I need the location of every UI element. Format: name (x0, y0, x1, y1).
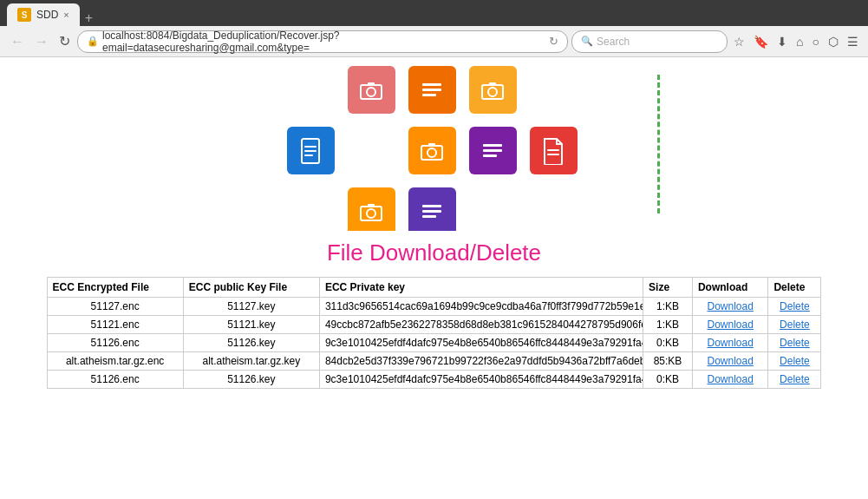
browser-chrome: S SDD × + (0, 0, 868, 26)
file-table: ECC Encrypted File ECC public Key File E… (47, 277, 822, 389)
cell-delete: Delete (768, 334, 821, 352)
download-icon[interactable]: ⬇ (774, 33, 790, 50)
svg-rect-16 (483, 144, 502, 147)
file-icon-camera-3 (408, 127, 456, 174)
svg-rect-10 (304, 146, 317, 148)
cell-download: Download (692, 352, 767, 371)
svg-rect-24 (422, 205, 441, 207)
page-content: File Download/Delete ECC Encrypted File … (0, 57, 868, 499)
delete-button[interactable]: Delete (780, 373, 810, 385)
search-placeholder: Search (597, 36, 630, 48)
home-icon[interactable]: ⌂ (793, 33, 806, 50)
cell-private-key: 84dcb2e5d37f339e796721b99722f36e2a97ddfd… (319, 352, 643, 371)
col-header-delete: Delete (768, 278, 821, 298)
refresh-button[interactable]: ↻ (55, 31, 74, 51)
svg-point-7 (488, 88, 497, 96)
illustration-area (0, 57, 868, 231)
navigation-bar: ← → ↻ 🔒 localhost:8084/Bigdata_Deduplica… (0, 26, 868, 57)
back-button[interactable]: ← (7, 32, 28, 51)
svg-rect-5 (422, 94, 436, 96)
table-section: File Download/Delete ECC Encrypted File … (0, 231, 868, 397)
cell-encrypted-file: 51126.enc (47, 371, 183, 389)
svg-rect-12 (304, 154, 313, 156)
address-text: localhost:8084/Bigdata_Deduplication/Rec… (102, 30, 545, 54)
col-header-private-key: ECC Private key (319, 278, 643, 298)
file-icon-lines-1 (408, 66, 456, 114)
table-row: 51126.enc51126.key9c3e1010425efdf4dafc97… (47, 334, 821, 352)
tab-title: SDD (36, 9, 58, 21)
cell-encrypted-file: alt.atheism.tar.gz.enc (47, 352, 183, 371)
new-tab-button[interactable]: + (80, 10, 98, 26)
svg-point-22 (367, 209, 375, 218)
file-icon-empty-1 (530, 66, 578, 114)
svg-rect-19 (547, 149, 559, 151)
file-icon-camera-2 (469, 66, 517, 114)
star-icon[interactable]: ☆ (731, 33, 747, 50)
cell-size: 1:KB (643, 298, 693, 316)
download-button[interactable]: Download (708, 373, 754, 385)
address-bar[interactable]: 🔒 localhost:8084/Bigdata_Deduplication/R… (77, 30, 568, 53)
file-icon-camera-1 (348, 66, 395, 114)
delete-button[interactable]: Delete (780, 318, 810, 331)
search-bar[interactable]: 🔍 Search (571, 30, 728, 53)
cell-public-key: 51126.key (183, 371, 319, 389)
delete-button[interactable]: Delete (780, 337, 810, 349)
cell-encrypted-file: 51126.enc (47, 334, 183, 352)
nav-icons: ☆ 🔖 ⬇ ⌂ ○ ⬡ ☰ (731, 33, 861, 50)
tab-bar: S SDD × + (7, 0, 98, 26)
file-icon-lines-violet (408, 187, 456, 231)
cell-private-key: 49ccbc872afb5e2362278358d68d8eb381c96152… (319, 316, 643, 334)
cell-size: 1:KB (643, 316, 693, 334)
download-button[interactable]: Download (708, 318, 754, 331)
cell-public-key: 51126.key (183, 334, 319, 352)
cell-delete: Delete (768, 298, 821, 316)
svg-rect-23 (368, 204, 375, 207)
account-icon[interactable]: ○ (810, 33, 822, 50)
table-row: alt.atheism.tar.gz.encalt.atheism.tar.gz… (47, 352, 821, 371)
col-header-encrypted: ECC Encrypted File (47, 278, 183, 298)
svg-rect-11 (304, 150, 317, 152)
file-icon (287, 66, 335, 114)
svg-rect-26 (422, 215, 436, 218)
cell-private-key: 9c3e1010425efdf4dafc975e4b8e6540b86546ff… (319, 371, 643, 389)
bookmark-icon[interactable]: 🔖 (751, 33, 771, 50)
cell-private-key: 311d3c9656514cac69a1694b99c9ce9cdba46a7f… (319, 298, 643, 316)
svg-rect-8 (489, 82, 496, 86)
tab-close-button[interactable]: × (63, 10, 69, 20)
file-icon-empty-4 (469, 187, 517, 231)
icon-grid (287, 66, 582, 231)
section-title: File Download/Delete (327, 240, 541, 266)
svg-rect-15 (428, 143, 435, 147)
delete-button[interactable]: Delete (780, 355, 810, 367)
forward-button[interactable]: → (31, 32, 52, 51)
favicon: S (17, 8, 31, 22)
cell-download: Download (692, 316, 767, 334)
svg-rect-18 (483, 154, 497, 157)
download-button[interactable]: Download (708, 337, 754, 349)
menu-icon[interactable]: ☰ (845, 33, 861, 50)
cell-download: Download (692, 298, 767, 316)
table-row: 51127.enc51127.key311d3c9656514cac69a169… (47, 298, 821, 316)
cell-encrypted-file: 51127.enc (47, 298, 183, 316)
shield-icon[interactable]: ⬡ (826, 33, 841, 50)
lock-icon: 🔒 (87, 36, 99, 47)
file-icon-empty-2 (348, 127, 395, 174)
cell-size: 85:KB (643, 352, 693, 371)
col-header-size: Size (643, 278, 693, 298)
download-button[interactable]: Download (708, 355, 754, 367)
cell-delete: Delete (768, 352, 821, 371)
cell-download: Download (692, 371, 767, 389)
table-row: 51126.enc51126.key9c3e1010425efdf4dafc97… (47, 371, 821, 389)
svg-rect-3 (422, 83, 441, 86)
download-button[interactable]: Download (708, 300, 754, 312)
file-icon-empty-5 (530, 187, 578, 231)
delete-button[interactable]: Delete (780, 300, 810, 312)
svg-rect-17 (483, 149, 502, 152)
active-tab[interactable]: S SDD × (7, 3, 80, 26)
col-header-download: Download (692, 278, 767, 298)
svg-rect-20 (547, 154, 559, 155)
file-icon-empty-3 (287, 187, 335, 231)
dashed-divider (657, 75, 660, 213)
cell-encrypted-file: 51121.enc (47, 316, 183, 334)
table-header: ECC Encrypted File ECC public Key File E… (47, 278, 821, 298)
